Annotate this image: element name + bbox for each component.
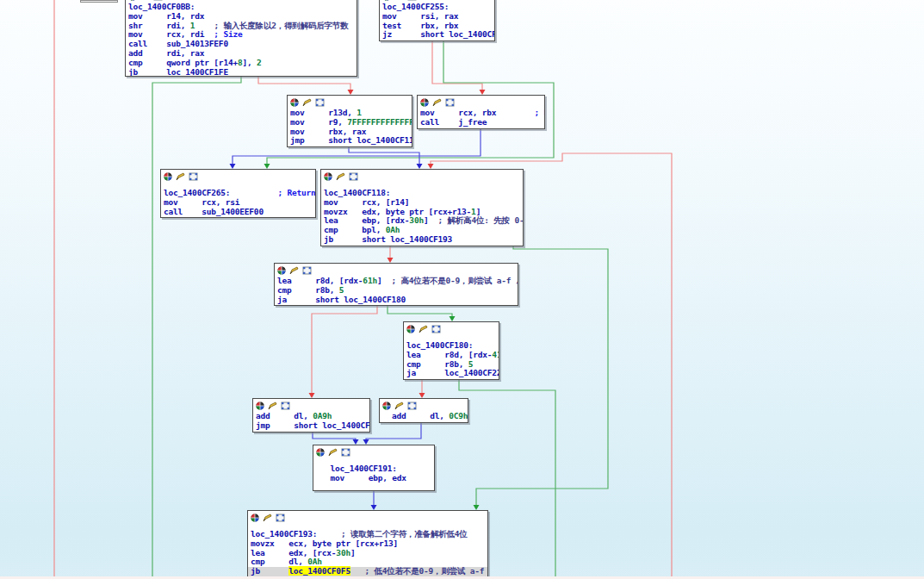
comment-text: ; Size xyxy=(214,29,242,39)
node-color-icon[interactable] xyxy=(290,98,299,107)
group-node-icon[interactable] xyxy=(315,98,325,107)
group-node-icon[interactable] xyxy=(189,172,198,181)
code-text: ja short loc_1400CF180 xyxy=(277,295,406,304)
node-color-icon[interactable] xyxy=(256,402,264,410)
node-loc_1400CF265[interactable]: loc_1400CF265: ; ReturnValuemov rcx, rsi… xyxy=(160,169,316,218)
comment-text: ; Block xyxy=(534,108,545,117)
flow-edge-blue-13 xyxy=(313,433,356,439)
group-node-icon[interactable] xyxy=(349,172,358,181)
code-text: ] xyxy=(377,276,392,285)
group-node-icon[interactable] xyxy=(302,266,312,275)
clipped-node-sliver xyxy=(80,0,118,3)
group-node-icon[interactable] xyxy=(276,514,285,522)
highlighted-address: loc_1400CF0F5 xyxy=(288,566,350,576)
node-color-icon[interactable] xyxy=(277,266,286,275)
edit-comment-icon[interactable] xyxy=(289,266,299,275)
group-node-icon[interactable] xyxy=(407,402,417,410)
edit-comment-icon[interactable] xyxy=(328,448,338,457)
group-node-icon[interactable] xyxy=(341,448,350,457)
code-text: ja loc_1400CF225 xyxy=(406,368,499,377)
code-text: cmp r8b, xyxy=(406,359,468,369)
edit-comment-icon[interactable] xyxy=(140,0,150,1)
node-color-icon[interactable] xyxy=(316,448,325,457)
node-loc_1400CF0BB[interactable]: loc_1400CF0BB:mov r14, rdxshr rdi, 1 ; 输… xyxy=(125,0,357,77)
code-text: ] xyxy=(350,548,356,557)
code-text: loc_1400CF193: xyxy=(251,529,341,539)
flow-edge-red-1 xyxy=(258,77,350,90)
graph-canvas[interactable]: loc_1400CF0BB:mov r14, rdxshr rdi, 1 ; 输… xyxy=(0,0,924,579)
code-text: call j_free xyxy=(420,117,487,127)
node-title-bar xyxy=(418,96,544,109)
group-node-icon[interactable] xyxy=(281,402,290,410)
code-text: jmp short loc_1400CF191 xyxy=(256,420,370,430)
code-line: call sub_1400EEF00 xyxy=(161,208,315,217)
node-loc_1400CF180[interactable]: loc_1400CF180:lea r8d, [rdx-41h]cmp r8b,… xyxy=(403,321,499,380)
code-text: loc_1400CF0BB: xyxy=(128,2,195,11)
code-line: jb short loc_1400CF193 xyxy=(321,235,523,245)
group-node-icon[interactable] xyxy=(153,0,163,1)
group-node-icon[interactable] xyxy=(431,325,441,333)
edit-comment-icon[interactable] xyxy=(302,98,312,107)
node-color-icon[interactable] xyxy=(164,172,172,181)
immediate-value: 7FFFFFFFFFFFFFFFh xyxy=(347,117,412,127)
node-title-bar xyxy=(404,322,499,335)
immediate-value: 0Ah xyxy=(386,225,400,234)
code-line: jb loc_1400CF1FE xyxy=(126,68,357,77)
code-text: mov r13d, xyxy=(290,108,357,117)
code-text: ] xyxy=(476,207,481,216)
code-text: loc_1400CF255: xyxy=(382,2,449,11)
code-text: loc_1400CF180: xyxy=(406,340,473,350)
code-text: add dl, xyxy=(382,411,449,420)
group-node-icon[interactable] xyxy=(445,98,455,107)
code-text: movzx edx, byte ptr [rcx+r13- xyxy=(324,207,471,216)
code-text: lea ebp, [rdx- xyxy=(324,215,409,225)
edit-comment-icon[interactable] xyxy=(176,172,185,181)
code-text: jmp short loc_1400CF118 xyxy=(290,135,412,145)
immediate-value: 41h xyxy=(492,350,499,359)
code-line-highlighted: jb loc_1400CF0F5 ; 低4位若不是0-9，则尝试 a-f / A… xyxy=(248,567,487,576)
code-line: mov ebp, edx xyxy=(313,474,434,483)
code-line: ja loc_1400CF225 xyxy=(404,369,499,378)
edit-comment-icon[interactable] xyxy=(432,98,442,107)
code-text: jb xyxy=(251,566,288,576)
node-color-icon[interactable] xyxy=(382,402,391,410)
node-color-icon[interactable] xyxy=(406,325,415,333)
immediate-value: 61h xyxy=(363,276,377,285)
edit-comment-icon[interactable] xyxy=(394,402,404,410)
node-color-icon[interactable] xyxy=(382,0,391,1)
edit-comment-icon[interactable] xyxy=(268,402,277,410)
code-line: jz short loc_1400CF265 xyxy=(380,30,494,40)
node-color-icon[interactable] xyxy=(251,514,259,522)
code-text: cmp qword ptr [r14+ xyxy=(128,58,238,67)
edit-comment-icon[interactable] xyxy=(394,0,404,1)
code-text: mov rsi, rax xyxy=(382,11,458,21)
edit-comment-icon[interactable] xyxy=(336,172,345,181)
code-text: cmp bpl, xyxy=(324,225,386,234)
node-loc_1400CF255[interactable]: loc_1400CF255:mov rsi, raxtest rbx, rbxj… xyxy=(379,0,495,41)
comment-text: ; 输入长度除以2，得到解码后字节数 xyxy=(214,21,348,30)
node-loc_1400CF118[interactable]: loc_1400CF118:mov rcx, [r14]movzx edx, b… xyxy=(320,169,524,246)
code-line: jmp short loc_1400CF118 xyxy=(288,136,412,146)
code-text: mov rbx, rax xyxy=(290,127,366,136)
node-add-0a9h[interactable]: add dl, 0A9hjmp short loc_1400CF191 xyxy=(252,398,370,433)
node-loc_1400CF191[interactable]: loc_1400CF191: mov ebp, edx xyxy=(313,445,435,491)
immediate-value: 5 xyxy=(339,285,344,295)
node-color-icon[interactable] xyxy=(324,172,332,181)
node-setup-r13-r9[interactable]: mov r13d, 1mov r9, 7FFFFFFFFFFFFFFFhmov … xyxy=(287,95,412,147)
group-node-icon[interactable] xyxy=(407,0,417,1)
node-add-0c9h[interactable]: add dl, 0C9h xyxy=(379,398,468,423)
node-check-lowercase-hex[interactable]: lea r8d, [rdx-61h] ; 高4位若不是0-9，则尝试 a-f /… xyxy=(274,263,518,306)
code-text: call sub_1400EEF00 xyxy=(164,207,264,216)
node-call-j-free[interactable]: mov rcx, rbx ; Blockcall j_free xyxy=(417,95,545,129)
code-text: add rdi, rax xyxy=(128,48,204,58)
node-color-icon[interactable] xyxy=(420,98,429,107)
edit-comment-icon[interactable] xyxy=(419,325,428,333)
node-title-bar xyxy=(248,511,487,524)
edit-comment-icon[interactable] xyxy=(263,514,272,522)
node-color-icon[interactable] xyxy=(128,0,137,1)
immediate-value: 0A9h xyxy=(313,411,332,420)
node-loc_1400CF193[interactable]: loc_1400CF193: ; 读取第二个字符，准备解析低4位movzx ec… xyxy=(247,510,488,578)
code-text: shr rdi, xyxy=(128,21,190,30)
flow-edge-green-10 xyxy=(388,306,452,316)
code-line: add dl, 0C9h xyxy=(380,412,468,421)
